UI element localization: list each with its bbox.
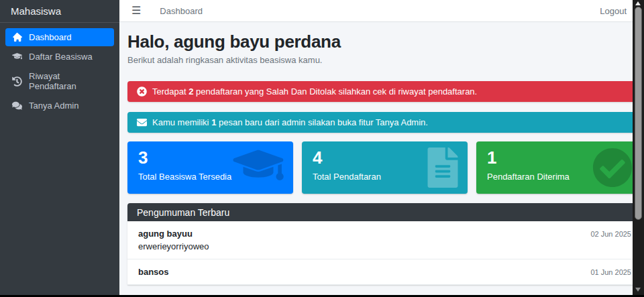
sidebar-item-label: Dashboard <box>29 32 72 42</box>
check-circle-icon <box>592 147 633 188</box>
announcement-title: agung bayuu <box>138 229 193 239</box>
alert-danger-text: Terdapat 2 pendaftaran yang Salah Dan Di… <box>152 86 477 97</box>
menu-toggle-icon[interactable]: ☰ <box>131 5 141 16</box>
scrollbar-thumb[interactable] <box>635 7 642 220</box>
alert-info-text: Kamu memiliki 1 pesan baru dari admin si… <box>152 117 428 127</box>
list-item[interactable]: bansos 01 Jun 2025 <box>127 259 642 285</box>
sidebar-item-label: Tanya Admin <box>29 101 78 111</box>
sidebar-item-label: Daftar Beasiswa <box>29 52 93 62</box>
scroll-up-icon[interactable] <box>635 1 641 5</box>
file-alt-icon <box>427 147 458 188</box>
announcement-body: erwerieyorriyoweo <box>138 241 631 251</box>
app-window: Mahasiswa Dashboard Daftar Beasiswa Riwa… <box>0 0 644 297</box>
stat-card-total-beasiswa[interactable]: 3 Total Beasiswa Tersedia <box>127 141 293 194</box>
breadcrumb[interactable]: Dashboard <box>160 6 203 16</box>
stat-card-total-pendaftaran[interactable]: 4 Total Pendaftaran <box>302 141 468 194</box>
announcement-date: 01 Jun 2025 <box>590 268 631 276</box>
sidebar-item-riwayat-pendaftaran[interactable]: Riwayat Pendaftaran <box>5 67 114 95</box>
brand-title: Mahasiswa <box>0 0 119 23</box>
page-title: Halo, agung bayu perdana <box>127 32 642 52</box>
list-item[interactable]: agung bayuu 02 Jun 2025 erwerieyorriyowe… <box>127 221 642 259</box>
announcements-panel: Pengumuman Terbaru agung bayuu 02 Jun 20… <box>127 203 642 285</box>
announcements-header: Pengumuman Terbaru <box>127 203 642 221</box>
sidebar-item-daftar-beasiswa[interactable]: Daftar Beasiswa <box>5 48 114 66</box>
alert-info: Kamu memiliki 1 pesan baru dari admin si… <box>127 112 642 133</box>
times-circle-icon <box>137 86 147 97</box>
main-area: ☰ Dashboard Logout Halo, agung bayu perd… <box>119 0 644 297</box>
vertical-scrollbar[interactable] <box>633 0 644 297</box>
announcement-date: 02 Jun 2025 <box>590 230 631 238</box>
announcements-list: agung bayuu 02 Jun 2025 erwerieyorriyowe… <box>127 221 642 285</box>
scroll-down-icon[interactable] <box>635 288 641 292</box>
logout-link[interactable]: Logout <box>600 6 627 16</box>
stat-cards-row: 3 Total Beasiswa Tersedia 4 Total Pendaf… <box>127 141 642 194</box>
announcement-title: bansos <box>138 267 169 277</box>
home-icon <box>11 32 22 42</box>
alert-danger: Terdapat 2 pendaftaran yang Salah Dan Di… <box>127 81 642 102</box>
sidebar-nav: Dashboard Daftar Beasiswa Riwayat Pendaf… <box>0 23 119 120</box>
page-subtitle: Berikut adalah ringkasan aktivitas beasi… <box>127 55 642 65</box>
sidebar-item-label: Riwayat Pendaftaran <box>29 71 108 91</box>
stat-card-pendaftaran-diterima[interactable]: 1 Pendaftaran Diterima <box>476 141 642 194</box>
envelope-icon <box>137 117 147 127</box>
graduation-cap-icon <box>233 147 284 188</box>
comments-icon <box>11 101 22 111</box>
page-content: Halo, agung bayu perdana Berikut adalah … <box>119 22 644 297</box>
sidebar: Mahasiswa Dashboard Daftar Beasiswa Riwa… <box>0 0 119 297</box>
topbar: ☰ Dashboard Logout <box>119 0 644 22</box>
sidebar-item-tanya-admin[interactable]: Tanya Admin <box>5 97 114 115</box>
sidebar-item-dashboard[interactable]: Dashboard <box>5 28 114 46</box>
graduation-cap-icon <box>11 52 22 62</box>
history-icon <box>11 76 22 86</box>
